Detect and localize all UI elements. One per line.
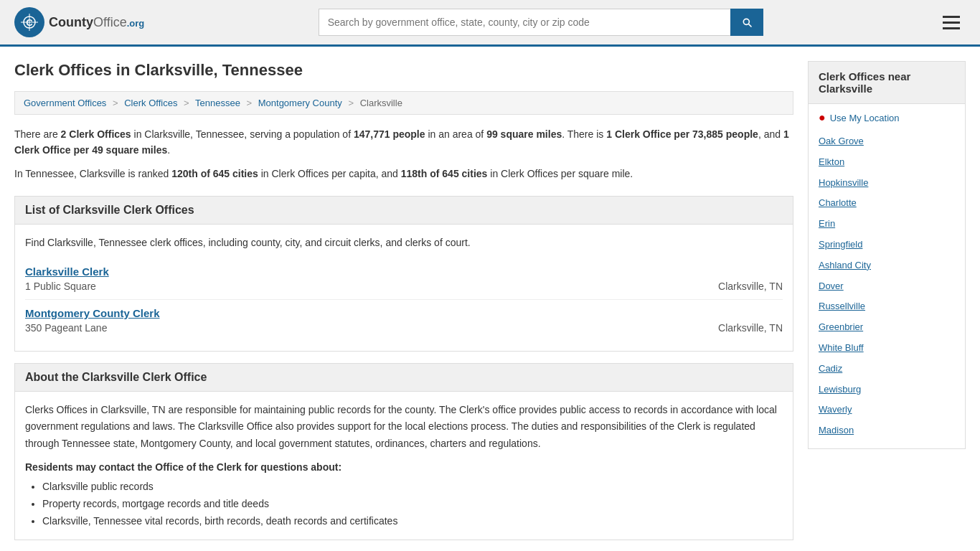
list-section-header: List of Clarksville Clerk Offices bbox=[14, 196, 793, 225]
clerk-count: 2 Clerk Offices bbox=[61, 128, 131, 140]
breadcrumb: Government Offices > Clerk Offices > Ten… bbox=[14, 91, 793, 115]
breadcrumb-link-county[interactable]: Montgomery County bbox=[258, 98, 342, 108]
breadcrumb-link-tn[interactable]: Tennessee bbox=[195, 98, 240, 108]
search-area bbox=[319, 9, 763, 36]
header: C CountyOffice.org bbox=[0, 0, 980, 47]
sidebar-item-dover[interactable]: Dover bbox=[819, 276, 955, 297]
search-button[interactable] bbox=[730, 9, 763, 36]
hamburger-line bbox=[943, 27, 960, 29]
sidebar-item-erin[interactable]: Erin bbox=[819, 214, 955, 235]
hamburger-line bbox=[943, 22, 960, 24]
sidebar-item-oak-grove[interactable]: Oak Grove bbox=[819, 131, 955, 152]
content-area: Clerk Offices in Clarksville, Tennessee … bbox=[14, 61, 793, 540]
rank-sqmile: 118th of 645 cities bbox=[401, 168, 488, 179]
list-item: Clarksville, Tennessee vital records, bi… bbox=[42, 513, 783, 530]
use-my-location-link[interactable]: ● Use My Location bbox=[819, 111, 955, 124]
intro-text-5: , and bbox=[758, 128, 783, 140]
office-item: Clarksville Clerk 1 Public Square Clarks… bbox=[25, 258, 783, 300]
search-icon bbox=[741, 17, 753, 28]
about-text: Clerks Offices in Clarksville, TN are re… bbox=[25, 402, 783, 453]
intro-text-6: . bbox=[167, 144, 170, 156]
sidebar-item-cadiz[interactable]: Cadiz bbox=[819, 359, 955, 380]
sidebar: Clerk Offices near Clarksville ● Use My … bbox=[808, 61, 966, 540]
sidebar-header-text: Clerk Offices near Clarksville bbox=[819, 70, 910, 95]
search-input[interactable] bbox=[319, 9, 730, 36]
office-details: 1 Public Square Clarksville, TN bbox=[25, 281, 783, 292]
logo-icon: C bbox=[14, 7, 44, 37]
list-item: Property records, mortgage records and t… bbox=[42, 496, 783, 513]
sidebar-header: Clerk Offices near Clarksville bbox=[808, 61, 966, 104]
rank-paragraph: In Tennessee, Clarksville is ranked 120t… bbox=[14, 166, 793, 182]
main-container: Clerk Offices in Clarksville, Tennessee … bbox=[0, 47, 980, 540]
sidebar-item-elkton[interactable]: Elkton bbox=[819, 152, 955, 173]
intro-text-3: in an area of bbox=[425, 128, 487, 140]
office-address: 350 Pageant Lane bbox=[25, 322, 107, 334]
breadcrumb-link-clerk[interactable]: Clerk Offices bbox=[124, 98, 177, 108]
area: 99 square miles bbox=[486, 128, 562, 140]
hamburger-line bbox=[943, 16, 960, 18]
intro-text-1: There are bbox=[14, 128, 61, 140]
sidebar-item-russellville[interactable]: Russellville bbox=[819, 296, 955, 317]
breadcrumb-sep: > bbox=[247, 98, 253, 108]
office-address: 1 Public Square bbox=[25, 281, 96, 292]
population: 147,771 people bbox=[354, 128, 425, 140]
rank-text-2: in Clerk Offices per capita, and bbox=[258, 168, 401, 179]
sidebar-item-hopkinsville[interactable]: Hopkinsville bbox=[819, 173, 955, 194]
list-intro: Find Clarksville, Tennessee clerk office… bbox=[25, 235, 783, 250]
office-city: Clarksville, TN bbox=[718, 322, 783, 334]
contact-list: Clarksville public records Property reco… bbox=[25, 479, 783, 529]
about-section-header: About the Clarksville Clerk Office bbox=[14, 363, 793, 392]
rank-text-1: In Tennessee, Clarksville is ranked bbox=[14, 168, 171, 179]
breadcrumb-sep: > bbox=[184, 98, 189, 108]
breadcrumb-link-gov[interactable]: Government Offices bbox=[24, 98, 106, 108]
location-pin-icon: ● bbox=[819, 111, 826, 124]
contact-header: Residents may contact the Office of the … bbox=[25, 461, 783, 473]
logo-text: CountyOffice.org bbox=[49, 15, 144, 30]
office-name-link[interactable]: Montgomery County Clerk bbox=[25, 307, 783, 319]
office-city: Clarksville, TN bbox=[718, 281, 783, 292]
logo-area: C CountyOffice.org bbox=[14, 7, 144, 37]
sidebar-item-charlotte[interactable]: Charlotte bbox=[819, 193, 955, 214]
breadcrumb-current: Clarksville bbox=[360, 98, 402, 108]
sidebar-item-ashland-city[interactable]: Ashland City bbox=[819, 255, 955, 276]
sidebar-item-springfield[interactable]: Springfield bbox=[819, 235, 955, 255]
intro-text-4: . There is bbox=[562, 128, 606, 140]
sidebar-item-madison[interactable]: Madison bbox=[819, 420, 955, 441]
sidebar-item-lewisburg[interactable]: Lewisburg bbox=[819, 380, 955, 400]
about-section-content: Clerks Offices in Clarksville, TN are re… bbox=[14, 392, 793, 541]
intro-text-2: in Clarksville, Tennessee, serving a pop… bbox=[131, 128, 354, 140]
rank-text-3: in Clerk Offices per square mile. bbox=[487, 168, 633, 179]
hamburger-menu-button[interactable] bbox=[937, 13, 966, 32]
rank-capita: 120th of 645 cities bbox=[171, 168, 258, 179]
office-item: Montgomery County Clerk 350 Pageant Lane… bbox=[25, 300, 783, 341]
sidebar-item-waverly[interactable]: Waverly bbox=[819, 400, 955, 420]
office-details: 350 Pageant Lane Clarksville, TN bbox=[25, 322, 783, 334]
list-section-content: Find Clarksville, Tennessee clerk office… bbox=[14, 225, 793, 351]
office-name-link[interactable]: Clarksville Clerk bbox=[25, 265, 783, 278]
breadcrumb-sep: > bbox=[113, 98, 118, 108]
use-location-label: Use My Location bbox=[830, 113, 900, 123]
breadcrumb-sep: > bbox=[348, 98, 354, 108]
sidebar-item-greenbrier[interactable]: Greenbrier bbox=[819, 317, 955, 338]
sidebar-content: ● Use My Location Oak Grove Elkton Hopki… bbox=[808, 104, 966, 449]
sidebar-item-white-bluff[interactable]: White Bluff bbox=[819, 338, 955, 359]
list-item: Clarksville public records bbox=[42, 479, 783, 496]
intro-paragraph: There are 2 Clerk Offices in Clarksville… bbox=[14, 126, 793, 159]
page-title: Clerk Offices in Clarksville, Tennessee bbox=[14, 61, 793, 80]
per-capita: 1 Clerk Office per 73,885 people bbox=[606, 128, 758, 140]
